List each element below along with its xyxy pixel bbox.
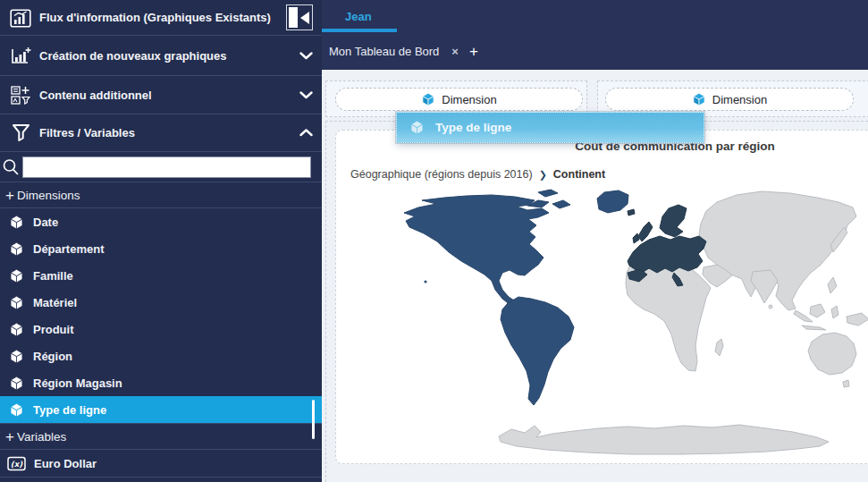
dimension-label: Région bbox=[33, 350, 72, 363]
dropzone-label: Dimension bbox=[712, 93, 767, 106]
additional-content-icon bbox=[9, 84, 32, 106]
map-region-ireland bbox=[633, 233, 639, 243]
chart-panel: Coût de communication par région Géograp… bbox=[335, 130, 868, 464]
cube-icon bbox=[9, 402, 24, 418]
dimension-item-famille[interactable]: Famille bbox=[0, 262, 322, 289]
dimension-item-departement[interactable]: Département bbox=[0, 235, 322, 262]
map-region-india bbox=[751, 270, 778, 303]
cube-icon bbox=[9, 241, 24, 257]
dimension-item-produit[interactable]: Produit bbox=[0, 316, 322, 342]
world-map[interactable] bbox=[377, 188, 868, 456]
new-chart-icon bbox=[9, 45, 32, 66]
tab-dashboard[interactable]: Mon Tableau de Bord bbox=[329, 45, 439, 58]
cube-icon bbox=[9, 376, 24, 391]
search-icon bbox=[2, 157, 20, 177]
chevron-down-icon[interactable] bbox=[299, 91, 313, 99]
map-region-borneo bbox=[810, 304, 825, 317]
breadcrumb-root[interactable]: Géographique (régions depuis 2016) bbox=[350, 168, 533, 181]
collapse-sidebar-button[interactable] bbox=[286, 4, 313, 30]
app-window: Flux d'information (Graphiques Existants… bbox=[0, 0, 868, 482]
map-region-scandinavia bbox=[660, 205, 687, 237]
map-region-new-guinea bbox=[847, 313, 868, 326]
map-region-iceland bbox=[628, 209, 635, 216]
breadcrumb: Géographique (régions depuis 2016)❯Conti… bbox=[350, 168, 605, 181]
plus-icon[interactable]: + bbox=[5, 188, 14, 203]
map-region-madagascar bbox=[715, 339, 723, 356]
sidebar-scrollbar-thumb[interactable] bbox=[312, 400, 315, 439]
dimension-label: Région Magasin bbox=[33, 376, 122, 390]
sidebar-item-label: Création de nouveaux graphiques bbox=[39, 49, 294, 63]
map-region-srilanka bbox=[769, 305, 772, 309]
group-header-label: Dimensions bbox=[17, 189, 80, 202]
formula-icon: (x) bbox=[7, 456, 26, 471]
dimension-label: Matériel bbox=[33, 296, 77, 309]
dashboard-tab-row: Mon Tableau de Bord × + bbox=[322, 32, 478, 70]
map-region-island-dot bbox=[424, 280, 426, 283]
drag-chip-label: Type de ligne bbox=[435, 121, 511, 134]
dimension-label: Produit bbox=[33, 323, 74, 336]
dimension-item-region-magasin[interactable]: Région Magasin bbox=[0, 369, 322, 396]
tab-jean[interactable]: Jean bbox=[322, 0, 395, 32]
map-region-greenland bbox=[597, 190, 628, 213]
plus-icon[interactable]: + bbox=[5, 429, 14, 444]
map-region-uk bbox=[638, 222, 653, 241]
variable-item-euro-dollar[interactable]: (x) Euro Dollar bbox=[0, 450, 322, 478]
dimensions-group-header[interactable]: + Dimensions bbox=[0, 182, 322, 208]
sidebar-item-filtres[interactable]: Filtres / Variables bbox=[0, 114, 322, 152]
dimension-label: Département bbox=[33, 242, 104, 256]
map-region-arctic-island-3 bbox=[538, 190, 558, 197]
sidebar-search-row bbox=[0, 152, 322, 182]
dimension-item-materiel[interactable]: Matériel bbox=[0, 289, 322, 316]
cube-icon bbox=[421, 92, 435, 106]
add-tab-icon[interactable]: + bbox=[469, 44, 478, 59]
topbar: Jean Mon Tableau de Bord × + bbox=[322, 0, 868, 70]
cube-icon bbox=[409, 120, 425, 135]
close-tab-icon[interactable]: × bbox=[451, 45, 459, 58]
map-region-tasmania bbox=[843, 380, 849, 387]
sidebar-item-label: Filtres / Variables bbox=[39, 126, 294, 140]
map-region-arctic-island-2 bbox=[552, 200, 570, 208]
sidebar-item-label: Contenu additionnel bbox=[39, 89, 294, 102]
cube-icon bbox=[9, 268, 24, 283]
collapse-arrow-left-icon bbox=[300, 12, 309, 24]
breadcrumb-separator-icon: ❯ bbox=[539, 169, 547, 180]
dropzone-label: Dimension bbox=[442, 93, 496, 106]
filter-funnel-icon bbox=[9, 123, 32, 144]
sidebar-item-creation[interactable]: Création de nouveaux graphiques bbox=[0, 36, 322, 76]
map-region-java bbox=[802, 326, 826, 330]
dimension-pill-2[interactable]: Dimension bbox=[605, 88, 854, 111]
map-region-sulawesi bbox=[831, 306, 839, 318]
dimension-item-region[interactable]: Région bbox=[0, 342, 322, 369]
bar-chart-icon bbox=[9, 7, 32, 29]
group-header-label: Variables bbox=[17, 430, 66, 444]
dimension-label: Famille bbox=[33, 269, 73, 283]
dragged-dimension-chip[interactable]: Type de ligne bbox=[396, 112, 704, 143]
tab-jean-label: Jean bbox=[345, 10, 372, 23]
sidebar-item-flux[interactable]: Flux d'information (Graphiques Existants… bbox=[0, 0, 322, 36]
sidebar-item-contenu[interactable]: Contenu additionnel bbox=[0, 76, 322, 114]
chevron-down-icon[interactable] bbox=[299, 52, 313, 60]
dimension-item-date[interactable]: Date bbox=[0, 208, 322, 235]
dimension-label: Date bbox=[33, 216, 58, 229]
dimension-label: Type de ligne bbox=[33, 403, 106, 417]
cube-icon bbox=[9, 322, 24, 337]
map-region-europe-main bbox=[628, 236, 706, 273]
map-region-south-america bbox=[501, 297, 574, 405]
map-region-philippines bbox=[828, 277, 837, 293]
map-region-antarctica bbox=[499, 425, 829, 454]
variable-label: Euro Dollar bbox=[34, 457, 97, 470]
cube-icon bbox=[9, 295, 24, 310]
breadcrumb-current[interactable]: Continent bbox=[553, 168, 605, 181]
cube-icon bbox=[692, 92, 706, 106]
cube-icon bbox=[9, 215, 24, 230]
search-input[interactable] bbox=[22, 156, 311, 178]
dimension-item-type-de-ligne-selected[interactable]: Type de ligne bbox=[0, 396, 322, 423]
chevron-up-icon[interactable] bbox=[299, 129, 313, 137]
map-americas-regions bbox=[404, 190, 628, 405]
dimension-pill-1[interactable]: Dimension bbox=[335, 88, 583, 111]
chart-dropzone: Coût de communication par région Géograp… bbox=[325, 121, 868, 482]
dashboard-canvas: Dimension Dimension Coût de communicatio… bbox=[322, 70, 868, 482]
map-region-north-america bbox=[404, 195, 549, 311]
variables-group-header[interactable]: + Variables bbox=[0, 423, 322, 450]
map-region-australia bbox=[808, 333, 856, 375]
